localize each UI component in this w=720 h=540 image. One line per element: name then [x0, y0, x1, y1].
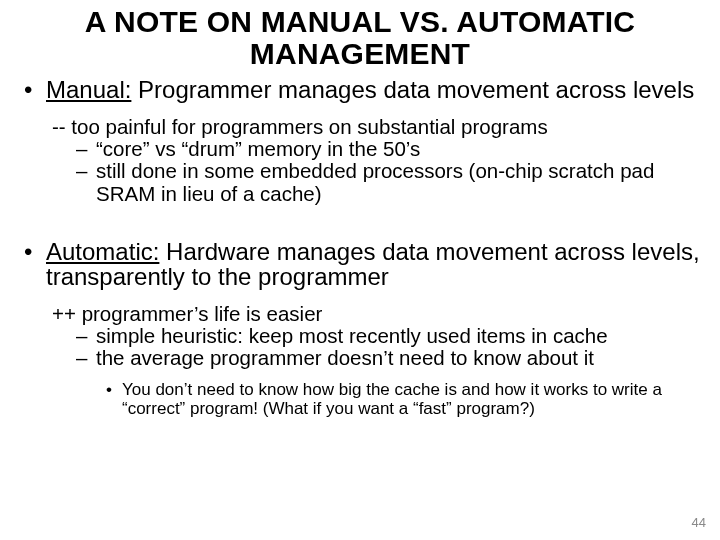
automatic-label: Automatic: — [46, 238, 159, 265]
bullet-list: Manual: Programmer manages data movement… — [18, 77, 702, 102]
automatic-sublist: simple heuristic: keep most recently use… — [18, 325, 702, 369]
manual-note: -- too painful for programmers on substa… — [18, 116, 702, 138]
automatic-note: ++ programmer’s life is easier — [18, 303, 702, 325]
slide-title: A NOTE ON MANUAL VS. AUTOMATIC MANAGEMEN… — [0, 0, 720, 69]
manual-sublist: “core” vs “drum” memory in the 50’s stil… — [18, 138, 702, 204]
automatic-subsub-list: You don’t need to know how big the cache… — [18, 381, 702, 418]
bullet-list: Automatic: Hardware manages data movemen… — [18, 239, 702, 289]
manual-sub-item: still done in some embedded processors (… — [76, 160, 702, 204]
automatic-subsub-item: You don’t need to know how big the cache… — [106, 381, 702, 418]
slide: A NOTE ON MANUAL VS. AUTOMATIC MANAGEMEN… — [0, 0, 720, 540]
automatic-sub-item: simple heuristic: keep most recently use… — [76, 325, 702, 347]
manual-sub-item: “core” vs “drum” memory in the 50’s — [76, 138, 702, 160]
manual-text: Programmer manages data movement across … — [131, 76, 694, 103]
slide-body: Manual: Programmer manages data movement… — [0, 69, 720, 418]
bullet-automatic: Automatic: Hardware manages data movemen… — [18, 239, 702, 289]
page-number: 44 — [692, 515, 706, 530]
bullet-manual: Manual: Programmer manages data movement… — [18, 77, 702, 102]
manual-label: Manual: — [46, 76, 131, 103]
automatic-sub-item: the average programmer doesn’t need to k… — [76, 347, 702, 369]
